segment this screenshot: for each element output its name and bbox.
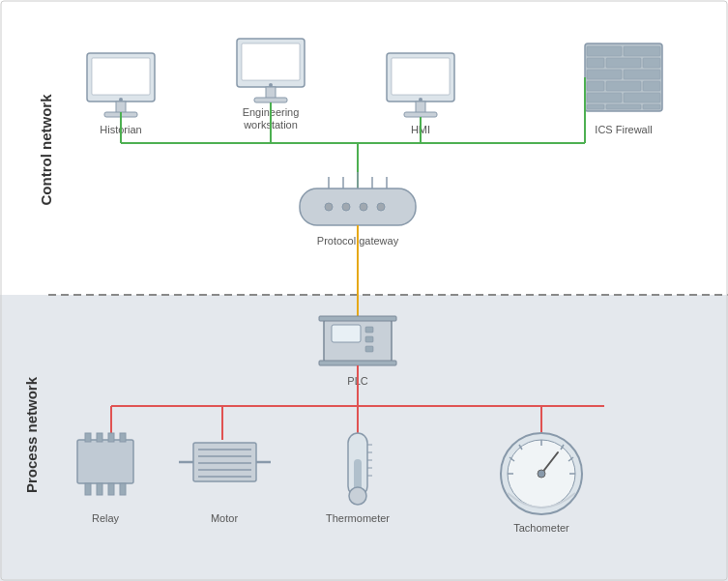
svg-point-48 (342, 203, 350, 211)
thermometer-label: Thermometer (326, 512, 390, 524)
svg-point-12 (269, 83, 273, 87)
svg-rect-10 (266, 87, 276, 99)
svg-point-50 (377, 203, 385, 211)
svg-rect-32 (587, 104, 604, 109)
tachometer-label: Tachometer (513, 522, 569, 534)
svg-rect-28 (606, 81, 641, 91)
svg-rect-25 (587, 70, 622, 79)
svg-rect-9 (242, 44, 300, 80)
svg-rect-16 (416, 102, 425, 113)
svg-rect-17 (404, 112, 437, 117)
svg-point-47 (325, 203, 333, 211)
svg-rect-15 (392, 58, 450, 95)
svg-rect-56 (365, 346, 373, 352)
svg-rect-22 (587, 58, 604, 68)
svg-point-18 (419, 98, 422, 102)
ics-firewall-label: ICS Firewall (595, 124, 652, 135)
svg-rect-57 (319, 316, 396, 321)
svg-rect-33 (606, 104, 641, 109)
svg-rect-31 (624, 93, 660, 102)
svg-rect-54 (365, 327, 373, 333)
svg-rect-65 (77, 440, 133, 483)
svg-rect-34 (643, 104, 660, 109)
diagram-container: Control network Process network Historia… (0, 0, 728, 581)
svg-rect-71 (97, 483, 102, 495)
svg-rect-73 (120, 483, 126, 495)
svg-rect-55 (365, 336, 373, 342)
svg-point-49 (360, 203, 367, 211)
svg-rect-30 (587, 93, 622, 102)
svg-point-84 (349, 487, 366, 505)
svg-rect-5 (116, 102, 126, 113)
svg-point-7 (119, 98, 123, 102)
svg-rect-58 (319, 361, 396, 365)
svg-rect-76 (193, 443, 256, 481)
relay-label: Relay (92, 512, 120, 524)
svg-rect-66 (85, 433, 91, 442)
control-network-label: Control network (38, 94, 54, 206)
svg-rect-11 (254, 98, 287, 102)
svg-rect-26 (624, 70, 660, 79)
svg-rect-24 (643, 58, 660, 68)
svg-rect-23 (606, 58, 641, 68)
svg-rect-67 (97, 433, 102, 442)
full-diagram: Control network Process network Historia… (0, 0, 728, 581)
svg-rect-29 (643, 81, 660, 91)
svg-rect-69 (120, 433, 126, 442)
svg-rect-72 (108, 483, 114, 495)
svg-rect-41 (300, 189, 416, 225)
svg-rect-20 (587, 46, 622, 56)
motor-label: Motor (211, 512, 238, 524)
svg-rect-4 (92, 58, 150, 95)
process-network-label: Process network (23, 376, 40, 493)
svg-rect-27 (587, 81, 604, 91)
svg-rect-21 (624, 46, 660, 56)
svg-rect-70 (85, 483, 91, 495)
svg-point-100 (538, 470, 545, 478)
svg-rect-68 (108, 433, 114, 442)
svg-rect-53 (332, 325, 361, 342)
